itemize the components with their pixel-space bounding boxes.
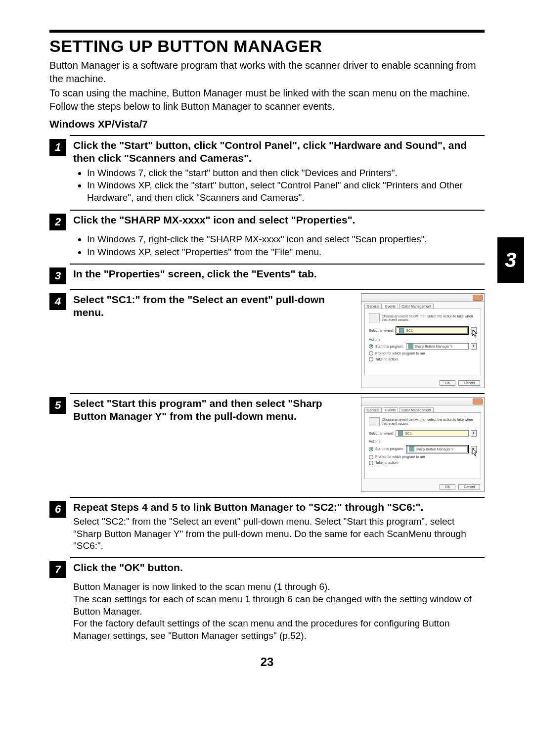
radio-none-label: Take no action: [375, 357, 398, 361]
page-number: 23: [49, 655, 485, 669]
step-bullet: In Windows 7, right-click the "SHARP MX-…: [87, 233, 485, 246]
step-number: 5: [49, 397, 66, 414]
step-1: 1 Click the "Start" button, click "Contr…: [49, 135, 485, 205]
radio-prompt-label: Prompt for which program to run: [375, 352, 425, 356]
program-icon: [409, 446, 414, 451]
radio-start-program[interactable]: [369, 447, 373, 451]
program-icon: [408, 344, 413, 349]
scanner-icon: [369, 417, 380, 426]
step-3: 3 In the "Properties" screen, click the …: [49, 264, 485, 284]
chapter-tab: 3: [497, 237, 524, 283]
step-7: 7 Click the "OK" button. Button Manager …: [49, 557, 485, 642]
step-title: In the "Properties" screen, click the "E…: [73, 267, 485, 280]
tab-general[interactable]: General: [364, 304, 382, 309]
dialog-hint: Choose an event below, then select the a…: [382, 314, 477, 322]
tab-general[interactable]: General: [364, 407, 382, 412]
step-title: Repeat Steps 4 and 5 to link Button Mana…: [73, 501, 485, 514]
close-icon[interactable]: [473, 399, 483, 404]
actions-label: Actions: [369, 440, 477, 444]
step-number: 4: [49, 293, 66, 310]
dialog-hint: Choose an event below, then select the a…: [382, 418, 477, 425]
step-sub: For the factory default settings of the …: [73, 618, 485, 642]
cancel-button[interactable]: Cancel: [458, 380, 480, 386]
tab-events[interactable]: Events: [383, 407, 398, 412]
step-5: 5 Select "Start this program" and then s…: [49, 393, 485, 492]
tab-color[interactable]: Color Management: [399, 304, 434, 309]
select-event-label: Select an event:: [369, 329, 394, 333]
intro-p1: Button Manager is a software program tha…: [49, 59, 485, 86]
ok-button[interactable]: OK: [440, 380, 455, 386]
step-number: 6: [49, 501, 66, 518]
event-icon: [399, 328, 404, 333]
radio-start-label: Start this program:: [375, 345, 404, 349]
radio-prompt-label: Prompt for which program to run: [375, 455, 425, 459]
properties-dialog: General Events Color Management Choose a…: [361, 397, 485, 492]
step-4: 4 Select "SC1:" from the "Select an even…: [49, 289, 485, 388]
cancel-button[interactable]: Cancel: [458, 484, 480, 489]
ok-button[interactable]: OK: [440, 484, 455, 489]
chevron-down-icon[interactable]: ▾: [471, 430, 477, 437]
page-title: SETTING UP BUTTON MANAGER: [49, 37, 485, 56]
step-2: 2 Click the "SHARP MX-xxxx" icon and sel…: [49, 210, 485, 259]
step-title: Select "Start this program" and then sel…: [73, 397, 353, 423]
dialog-tabs: General Events Color Management: [361, 302, 484, 309]
intro-text: Button Manager is a software program tha…: [49, 59, 485, 113]
program-dropdown[interactable]: Sharp Button Manager Y: [406, 343, 469, 350]
radio-none-label: Take no action: [375, 461, 398, 465]
program-dropdown[interactable]: Sharp Button Manager Y: [407, 446, 468, 452]
dialog-tabs: General Events Color Management: [361, 405, 484, 412]
radio-start-label: Start this program:: [375, 447, 404, 451]
tab-events[interactable]: Events: [383, 304, 398, 309]
radio-prompt[interactable]: [369, 455, 373, 459]
radio-none[interactable]: [369, 461, 373, 465]
chevron-down-icon[interactable]: ▾: [471, 446, 477, 452]
close-icon[interactable]: [473, 295, 483, 301]
select-event-dropdown[interactable]: SC1:: [397, 327, 468, 334]
scanner-icon: [369, 313, 380, 322]
select-event-label: Select an event:: [369, 432, 394, 436]
step-number: 2: [49, 214, 66, 230]
actions-label: Actions: [369, 338, 477, 342]
chevron-down-icon[interactable]: ▾: [471, 343, 477, 350]
radio-none[interactable]: [369, 357, 373, 361]
step-number: 3: [49, 267, 66, 284]
step-title: Click the "Start" button, click "Control…: [73, 139, 485, 165]
radio-prompt[interactable]: [369, 351, 373, 356]
step-sub: The scan settings for each of scan menu …: [73, 593, 485, 618]
chevron-down-icon[interactable]: ▾: [471, 327, 477, 334]
radio-start-program[interactable]: [369, 344, 373, 349]
event-icon: [398, 431, 403, 436]
step-number: 1: [49, 139, 66, 156]
intro-p2: To scan using the machine, Button Manage…: [49, 87, 485, 113]
properties-dialog: General Events Color Management Choose a…: [361, 293, 485, 388]
step-bullet: In Windows XP, click the "start" button,…: [87, 179, 485, 204]
step-title: Select "SC1:" from the "Select an event"…: [73, 293, 353, 319]
step-sub: Select "SC2:" from the "Select an event"…: [73, 516, 485, 552]
step-sub: Button Manager is now linked to the scan…: [73, 581, 485, 593]
step-number: 7: [49, 561, 66, 578]
select-event-dropdown[interactable]: SC1:: [396, 430, 469, 437]
step-bullet: In Windows 7, click the "start" button a…: [87, 167, 485, 179]
step-title: Click the "OK" button.: [73, 561, 485, 574]
tab-color[interactable]: Color Management: [399, 407, 434, 412]
step-6: 6 Repeat Steps 4 and 5 to link Button Ma…: [49, 497, 485, 552]
step-bullet: In Windows XP, select "Properties" from …: [87, 246, 485, 259]
os-heading: Windows XP/Vista/7: [49, 118, 485, 130]
section-rule: [49, 30, 485, 33]
step-title: Click the "SHARP MX-xxxx" icon and selec…: [73, 214, 485, 226]
